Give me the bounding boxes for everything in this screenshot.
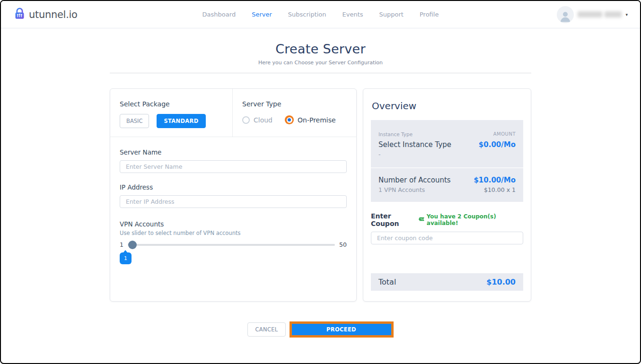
app-window: utunnel.io Dashboard Server Subscription… — [0, 0, 641, 364]
nav-item-subscription[interactable]: Subscription — [288, 11, 326, 18]
instance-type-detail: - — [378, 151, 381, 158]
radio-on-premise[interactable]: On-Premise — [285, 115, 336, 124]
nav-item-server[interactable]: Server — [252, 11, 272, 18]
logo[interactable]: utunnel.io — [13, 7, 78, 22]
accounts-amount: $10.00/Mo — [474, 176, 516, 184]
chevron-down-icon: ▾ — [625, 12, 628, 17]
page-subtitle: Here you can Choose your Server Configur… — [1, 60, 640, 66]
overview-card: Overview Instance Type AMOUNT Select Ins… — [363, 88, 531, 302]
instance-type-header: Instance Type — [378, 131, 413, 137]
total-row: Total $10.00 — [371, 273, 523, 291]
package-standard-button[interactable]: STANDARD — [157, 114, 205, 128]
voucher-icon — [419, 216, 425, 224]
logo-text: utunnel.io — [29, 9, 78, 20]
package-basic-button[interactable]: BASIC — [120, 114, 149, 128]
server-name-label: Server Name — [120, 148, 347, 156]
radio-cloud-label: Cloud — [254, 116, 272, 124]
coupons-available-text: You have 2 Coupon(s) available! — [427, 213, 523, 226]
accounts-detail: 1 VPN Accounts — [378, 186, 425, 193]
padlock-icon — [13, 7, 26, 22]
server-config-card: Select Package BASIC STANDARD Server Typ… — [110, 88, 357, 302]
proceed-highlight-box: PROCEED — [290, 321, 394, 338]
server-name-input[interactable] — [120, 160, 347, 173]
instance-type-row: Instance Type AMOUNT Select Instance Typ… — [371, 120, 523, 167]
user-menu[interactable]: ▾ — [557, 6, 628, 23]
accounts-price-detail: $10.00 x 1 — [484, 186, 516, 193]
server-type-label: Server Type — [242, 100, 347, 108]
vpn-accounts-label: VPN Accounts — [120, 220, 347, 228]
coupon-label: Enter Coupon — [371, 212, 419, 227]
slider-value-badge: 1 — [120, 252, 132, 264]
person-icon — [557, 6, 574, 23]
radio-selected-icon — [285, 115, 294, 124]
slider-min-label: 1 — [120, 241, 123, 248]
coupons-available-link[interactable]: You have 2 Coupon(s) available! — [419, 213, 523, 226]
slider-max-label: 50 — [339, 241, 347, 248]
coupon-code-input[interactable] — [371, 232, 523, 244]
nav-item-events[interactable]: Events — [342, 11, 363, 18]
select-package-label: Select Package — [120, 100, 223, 108]
overview-title: Overview — [372, 100, 523, 112]
cancel-button[interactable]: CANCEL — [247, 322, 285, 337]
nav-item-dashboard[interactable]: Dashboard — [202, 11, 236, 18]
vpn-accounts-helper: Use slider to select number of VPN accou… — [120, 230, 347, 236]
nav-item-support[interactable]: Support — [379, 11, 404, 18]
user-name-redacted — [578, 11, 622, 17]
main-nav: Dashboard Server Subscription Events Sup… — [202, 11, 439, 18]
ip-address-label: IP Address — [120, 183, 347, 191]
slider-track[interactable] — [128, 244, 335, 246]
amount-header: AMOUNT — [493, 131, 516, 137]
slider-handle[interactable] — [128, 241, 137, 249]
total-amount: $10.00 — [486, 277, 516, 286]
nav-item-profile[interactable]: Profile — [420, 11, 439, 18]
vpn-accounts-slider: 1 50 1 — [120, 241, 347, 267]
accounts-row: Number of Accounts $10.00/Mo 1 VPN Accou… — [371, 168, 523, 202]
instance-type-name: Select Instance Type — [378, 140, 451, 149]
total-label: Total — [378, 277, 396, 286]
heading-divider — [110, 73, 531, 73]
ip-address-input[interactable] — [120, 195, 347, 208]
overview-summary-panel: Instance Type AMOUNT Select Instance Typ… — [371, 120, 523, 202]
instance-type-amount: $0.00/Mo — [479, 140, 516, 149]
radio-on-premise-label: On-Premise — [298, 116, 336, 124]
page-title: Create Server — [1, 42, 640, 56]
accounts-name: Number of Accounts — [378, 176, 451, 184]
radio-unselected-icon — [242, 116, 250, 124]
proceed-button[interactable]: PROCEED — [292, 324, 391, 335]
top-navbar: utunnel.io Dashboard Server Subscription… — [1, 1, 640, 28]
radio-cloud[interactable]: Cloud — [242, 116, 272, 124]
